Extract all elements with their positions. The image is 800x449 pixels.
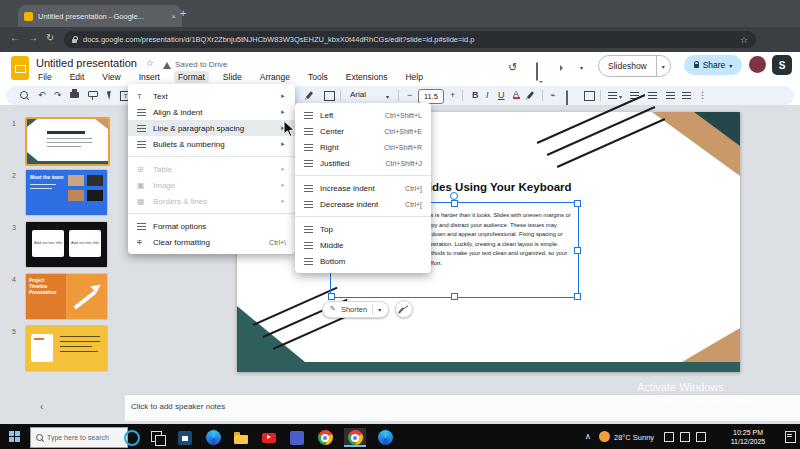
numbered-list-icon[interactable] [682, 92, 691, 99]
slideshow-button[interactable]: Slideshow [598, 55, 671, 77]
bold-icon[interactable] [472, 90, 479, 101]
menu-file[interactable]: File [34, 71, 56, 83]
bookmark-star-icon[interactable] [740, 35, 748, 45]
submenu-item-right[interactable]: Right Ctrl+Shift+R [295, 139, 431, 155]
taskbar-app-edge2[interactable] [374, 428, 396, 447]
text-color-icon[interactable] [513, 89, 519, 99]
menu-edit[interactable]: Edit [66, 71, 89, 83]
submenu-item-bottom[interactable]: Bottom [295, 253, 431, 269]
collapse-filmstrip-icon[interactable] [40, 401, 43, 412]
taskbar-app-explorer[interactable] [230, 428, 252, 447]
edit-pen-icon[interactable] [306, 91, 313, 99]
tray-expand-icon[interactable] [585, 432, 591, 441]
reload-icon[interactable] [46, 32, 54, 43]
taskbar-app-chrome-active[interactable] [344, 428, 366, 447]
slide-title[interactable]: Slides Using Your Keyboard [418, 181, 572, 193]
share-button[interactable]: Share [684, 55, 742, 75]
align-dropdown-icon[interactable] [619, 92, 622, 103]
taskbar-app-edge[interactable] [202, 428, 224, 447]
account-avatar[interactable] [749, 56, 766, 73]
submenu-item-decrease-indent[interactable]: Decrease indent Ctrl+[ [295, 196, 431, 212]
star-document-icon[interactable] [146, 58, 154, 68]
undo-icon[interactable] [38, 90, 46, 101]
speaker-notes-placeholder[interactable]: Click to add speaker notes [131, 402, 225, 411]
submenu-item-left[interactable]: Left Ctrl+Shift+L [295, 107, 431, 123]
font-dropdown-icon[interactable] [386, 92, 389, 103]
comment-icon[interactable] [536, 62, 538, 81]
weather-icon[interactable] [599, 431, 610, 442]
tab-close-icon[interactable] [171, 12, 176, 21]
slide-thumbnail-3[interactable]: Add section title Add section title [25, 221, 108, 268]
submenu-item-middle[interactable]: Middle [295, 237, 431, 253]
tray-network-icon[interactable] [664, 432, 674, 442]
slide-thumbnail-2[interactable]: Meet the team [25, 169, 108, 216]
bulleted-list-icon[interactable] [666, 92, 675, 99]
resize-handle[interactable] [574, 293, 581, 300]
taskbar-app-youtube[interactable] [258, 428, 280, 447]
tray-volume-icon[interactable] [680, 432, 690, 442]
resize-handle[interactable] [328, 293, 335, 300]
italic-icon[interactable] [486, 90, 489, 101]
task-view-icon[interactable] [151, 431, 162, 442]
menu-extensions[interactable]: Extensions [342, 71, 392, 83]
notification-center-icon[interactable] [785, 431, 796, 443]
menu-format[interactable]: Format [174, 71, 209, 83]
shorten-chip[interactable]: Shorten [322, 301, 389, 318]
back-icon[interactable] [10, 32, 20, 43]
new-tab-button[interactable] [180, 8, 186, 19]
meet-dropdown-icon[interactable] [580, 64, 583, 71]
slide-thumbnail-4[interactable]: Project Timeline Presentation [25, 273, 108, 320]
format-menu-item-clear-formatting[interactable]: Clear formatting Ctrl+\ [128, 234, 295, 250]
menu-slide[interactable]: Slide [219, 71, 246, 83]
menu-insert[interactable]: Insert [135, 71, 164, 83]
format-menu-item-align-indent[interactable]: Align & indent [128, 104, 295, 120]
menu-tools[interactable]: Tools [304, 71, 332, 83]
taskbar-search[interactable]: Type here to search [30, 427, 128, 448]
slideshow-dropdown-icon[interactable] [656, 56, 670, 76]
format-menu-item-line-spacing[interactable]: Line & paragraph spacing [128, 120, 295, 136]
taskbar-app-chrome[interactable] [314, 428, 336, 447]
font-family-select[interactable]: Arial [350, 90, 366, 99]
decrease-font-icon[interactable] [407, 90, 412, 101]
font-size-input[interactable]: 11.5 [418, 89, 444, 104]
more-options-icon[interactable] [698, 90, 707, 101]
submenu-item-center[interactable]: Center Ctrl+Shift+E [295, 123, 431, 139]
slide-thumbnail-5[interactable] [25, 325, 108, 372]
menu-view[interactable]: View [98, 71, 124, 83]
menu-help[interactable]: Help [401, 71, 426, 83]
underline-icon[interactable] [498, 90, 505, 101]
resize-handle[interactable] [574, 200, 581, 207]
site-info-icon[interactable] [72, 39, 77, 43]
select-tool-icon[interactable] [107, 91, 113, 101]
submenu-item-top[interactable]: Top [295, 221, 431, 237]
browser-tab[interactable]: Untitled presentation - Google... [18, 5, 182, 27]
insert-link-icon[interactable] [550, 90, 555, 101]
start-button[interactable] [9, 431, 20, 442]
format-menu-item-format-options[interactable]: Format options [128, 218, 295, 234]
extension-icon[interactable] [772, 55, 792, 75]
paint-format-icon[interactable] [88, 91, 98, 97]
forward-icon[interactable] [28, 32, 38, 43]
print-icon[interactable] [70, 92, 79, 98]
taskbar-app-store[interactable] [174, 428, 196, 447]
submenu-item-justified[interactable]: Justified Ctrl+Shift+J [295, 155, 431, 171]
taskbar-app-indigo[interactable] [286, 428, 308, 447]
share-dropdown-icon[interactable] [729, 62, 732, 69]
cortana-icon[interactable] [124, 430, 140, 446]
checklist-icon[interactable] [648, 92, 657, 99]
tray-language-icon[interactable] [696, 432, 706, 442]
submenu-item-increase-indent[interactable]: Increase indent Ctrl+] [295, 180, 431, 196]
menu-arrange[interactable]: Arrange [256, 71, 294, 83]
slides-logo-icon[interactable] [11, 56, 29, 80]
highlight-color-icon[interactable] [527, 91, 534, 99]
zoom-search-icon[interactable] [20, 91, 28, 99]
dismiss-suggestion-button[interactable] [395, 300, 413, 318]
redo-icon[interactable] [54, 90, 62, 101]
format-menu-item-bullets[interactable]: Bullets & numbering [128, 136, 295, 152]
align-icon[interactable] [608, 92, 617, 99]
resize-handle[interactable] [451, 200, 458, 207]
insert-image-icon[interactable] [324, 91, 335, 101]
document-title[interactable]: Untitled presentation [36, 57, 137, 69]
resize-handle[interactable] [451, 293, 458, 300]
image-toolbar-icon[interactable] [584, 91, 595, 101]
